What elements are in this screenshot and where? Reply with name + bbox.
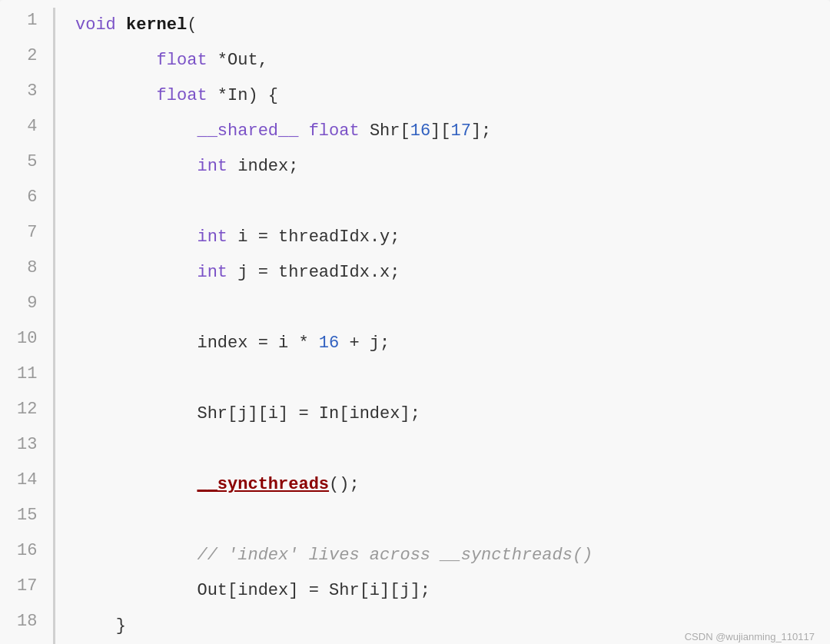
code-token: 16 (319, 334, 339, 353)
line-number: 4 (0, 114, 54, 149)
code-token: int (197, 263, 227, 282)
table-row: 4 __shared__ float Shr[16][17]; (0, 114, 830, 149)
line-number: 5 (0, 149, 54, 184)
code-token: __shared__ (75, 121, 298, 141)
code-token: } (75, 616, 126, 636)
code-token: i = threadIdx.y; (227, 227, 400, 247)
line-code: int j = threadIdx.x; (60, 255, 830, 290)
line-gutter (54, 43, 60, 78)
line-number: 17 (0, 573, 54, 609)
line-code: index = i * 16 + j; (60, 326, 830, 361)
code-token: ][ (430, 121, 450, 141)
line-code: float *Out, (60, 43, 830, 78)
line-gutter (54, 184, 60, 220)
line-code: __syncthreads(); (60, 467, 830, 503)
line-number: 7 (0, 220, 54, 255)
code-token: Out[index] = Shr[i][j]; (75, 581, 430, 600)
table-row: 16 // 'index' lives across __syncthreads… (0, 538, 830, 573)
line-number: 9 (0, 290, 54, 326)
line-gutter (54, 326, 60, 361)
line-number: 18 (0, 609, 54, 644)
line-gutter (54, 78, 60, 114)
code-token: Shr[j][i] = In[index]; (75, 404, 420, 423)
line-number: 10 (0, 326, 54, 361)
table-row: 7 int i = threadIdx.y; (0, 220, 830, 255)
code-token: int (197, 227, 227, 247)
table-row: 2 float *Out, (0, 43, 830, 78)
code-token: float (298, 121, 369, 141)
line-number: 13 (0, 432, 54, 467)
code-token: 17 (451, 121, 471, 141)
watermark: CSDN @wujianming_110117 (685, 631, 815, 642)
line-number: 3 (0, 78, 54, 114)
table-row: 8 int j = threadIdx.x; (0, 255, 830, 290)
code-token: float (75, 86, 217, 105)
line-number: 12 (0, 397, 54, 432)
line-number: 11 (0, 361, 54, 397)
line-gutter (54, 467, 60, 503)
line-gutter (54, 573, 60, 609)
line-gutter (54, 361, 60, 397)
code-token: Shr[ (370, 121, 410, 141)
code-token: ]; (471, 121, 491, 141)
line-number: 15 (0, 503, 54, 538)
table-row: 3 float *In) { (0, 78, 830, 114)
code-token: kernel (126, 15, 187, 35)
line-code (60, 184, 830, 220)
line-code (60, 361, 830, 397)
line-code: Out[index] = Shr[i][j]; (60, 573, 830, 609)
line-number: 14 (0, 467, 54, 503)
line-gutter (54, 220, 60, 255)
line-code (60, 290, 830, 326)
line-code: __shared__ float Shr[16][17]; (60, 114, 830, 149)
line-gutter (54, 114, 60, 149)
code-token: (); (329, 475, 360, 494)
code-token: *In) { (217, 86, 278, 105)
line-code: int index; (60, 149, 830, 184)
table-row: 10 index = i * 16 + j; (0, 326, 830, 361)
table-row: 17 Out[index] = Shr[i][j]; (0, 573, 830, 609)
line-number: 2 (0, 43, 54, 78)
code-table: 1void kernel(2 float *Out,3 float *In) {… (0, 8, 830, 644)
code-token: index = i * (75, 334, 319, 353)
line-gutter (54, 432, 60, 467)
line-gutter (54, 503, 60, 538)
line-code: Shr[j][i] = In[index]; (60, 397, 830, 432)
line-code (60, 503, 830, 538)
table-row: 15 (0, 503, 830, 538)
line-number: 1 (0, 8, 54, 43)
table-row: 1void kernel( (0, 8, 830, 43)
line-number: 6 (0, 184, 54, 220)
line-code: // 'index' lives across __syncthreads() (60, 538, 830, 573)
line-code: void kernel( (60, 8, 830, 43)
code-token: j = threadIdx.x; (227, 263, 400, 282)
table-row: 12 Shr[j][i] = In[index]; (0, 397, 830, 432)
code-token: index; (227, 157, 298, 176)
table-row: 6 (0, 184, 830, 220)
code-token: *Out, (217, 51, 268, 70)
table-row: 14 __syncthreads(); (0, 467, 830, 503)
table-row: 5 int index; (0, 149, 830, 184)
line-code (60, 432, 830, 467)
line-gutter (54, 290, 60, 326)
code-token: __syncthreads (197, 475, 329, 494)
code-token: void (75, 15, 116, 35)
code-token: int (197, 157, 227, 176)
line-gutter (54, 8, 60, 43)
table-row: 11 (0, 361, 830, 397)
line-gutter (54, 538, 60, 573)
line-gutter (54, 149, 60, 184)
code-token: // 'index' lives across __syncthreads() (75, 546, 593, 565)
table-row: 13 (0, 432, 830, 467)
code-token: 16 (410, 121, 430, 141)
line-gutter (54, 397, 60, 432)
line-code: int i = threadIdx.y; (60, 220, 830, 255)
code-token: float (75, 51, 217, 70)
code-token: + j; (339, 334, 390, 353)
line-code: float *In) { (60, 78, 830, 114)
line-number: 8 (0, 255, 54, 290)
code-block: 1void kernel(2 float *Out,3 float *In) {… (0, 0, 830, 644)
line-gutter (54, 255, 60, 290)
code-token: ( (187, 15, 197, 35)
line-gutter (54, 609, 60, 644)
